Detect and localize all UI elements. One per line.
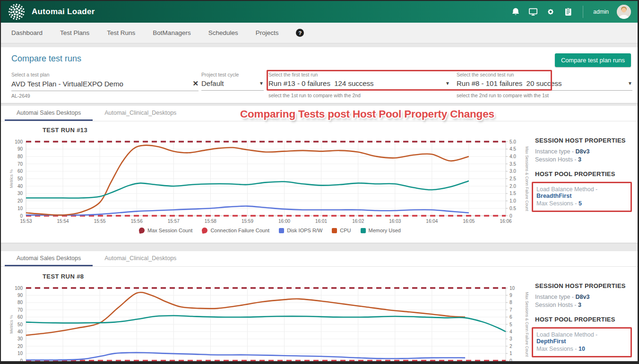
nav-item-test-runs[interactable]: Test Runs xyxy=(107,29,135,36)
svg-text:50: 50 xyxy=(17,176,23,181)
svg-text:60: 60 xyxy=(17,169,23,174)
svg-text:2.0: 2.0 xyxy=(509,184,516,189)
svg-text:10: 10 xyxy=(17,206,23,211)
svg-text:100: 100 xyxy=(15,286,23,291)
test-cycle-label: Project test cycle xyxy=(201,72,264,77)
svg-text:16:05: 16:05 xyxy=(463,219,475,224)
svg-text:3.5: 3.5 xyxy=(509,161,516,167)
svg-text:80: 80 xyxy=(17,154,23,159)
legend-item-cpu: CPU xyxy=(332,228,351,233)
svg-text:90: 90 xyxy=(17,293,23,298)
svg-text:Max Sessions & Conn Failure Co: Max Sessions & Conn Failure Count xyxy=(525,146,529,212)
header-divider xyxy=(583,6,583,18)
clear-test-plan-icon[interactable]: ✕ xyxy=(192,79,199,88)
svg-text:70: 70 xyxy=(17,161,23,167)
svg-text:30: 30 xyxy=(17,336,23,341)
test-run-8-section: Automai Sales Desktops Automai_Clinical_… xyxy=(1,251,638,361)
user-name[interactable]: admin xyxy=(593,8,609,15)
app-logo-icon xyxy=(8,3,26,21)
svg-text:6: 6 xyxy=(509,314,512,320)
second-run-select[interactable]: Run #8 - 101 failures 20 success ▼ xyxy=(457,78,632,91)
nav-item-dashboard[interactable]: Dashboard xyxy=(11,29,43,36)
svg-text:15:53: 15:53 xyxy=(20,219,32,224)
legend-item-memory-used: Memory Used xyxy=(361,228,401,233)
app-header: Automai Loader admin xyxy=(1,1,638,23)
first-run-field: Select the first test run Run #13 - 0 fa… xyxy=(268,72,450,98)
svg-text:50: 50 xyxy=(17,322,23,327)
svg-text:0: 0 xyxy=(20,358,23,362)
svg-text:70: 70 xyxy=(17,307,23,313)
nav-item-schedules[interactable]: Schedules xyxy=(208,29,238,36)
annotation-text: Comparing Tests post Host Pool Property … xyxy=(240,108,494,120)
help-icon[interactable]: ? xyxy=(296,29,304,37)
tab-automai-clinical-desktops[interactable]: Automai_Clinical_Desktops xyxy=(93,106,188,121)
test-cycle-field: Project test cycle Default ▼ xyxy=(201,72,264,91)
host-pool-heading: HOST POOL PROPERTIES xyxy=(535,170,635,178)
page-title: Compare test runs xyxy=(11,54,81,64)
svg-text:15:58: 15:58 xyxy=(205,219,216,224)
test-plan-field: Select a test plan AVD Test Plan - Virtu… xyxy=(11,72,199,99)
monitor-icon[interactable] xyxy=(528,7,538,17)
svg-text:0: 0 xyxy=(509,358,512,362)
second-run-value: Run #8 - 101 failures 20 success xyxy=(457,79,562,87)
svg-text:1.5: 1.5 xyxy=(509,191,516,196)
reports-clipboard-icon[interactable] xyxy=(563,7,573,17)
tab-automai-clinical-desktops[interactable]: Automai_Clinical_Desktops xyxy=(93,251,188,266)
svg-text:80: 80 xyxy=(17,300,23,305)
session-host-heading: SESSION HOST PROPERTIES xyxy=(535,137,635,144)
svg-text:15:57: 15:57 xyxy=(168,219,180,224)
svg-text:3.0: 3.0 xyxy=(509,169,516,174)
compare-test-plan-runs-button[interactable]: Compare test plan runs xyxy=(555,53,631,67)
test-run-13-chart: 010203040506070809010000.51.01.52.02.53.… xyxy=(9,136,531,229)
max-sessions-line: Max Sessions - 5 xyxy=(536,200,627,207)
nav-item-botmanagers[interactable]: BotManagers xyxy=(153,29,190,36)
svg-text:20: 20 xyxy=(17,344,23,349)
svg-text:16:01: 16:01 xyxy=(315,219,327,224)
chart-title-run8: TEST RUN #8 xyxy=(43,273,84,280)
first-run-select[interactable]: Run #13 - 0 failures 124 success ▼ xyxy=(268,78,450,91)
legend-marker-icon xyxy=(201,227,208,234)
first-run-label: Select the first test run xyxy=(268,72,450,77)
max-sessions-line: Max Sessions - 10 xyxy=(536,346,627,352)
session-hosts-line: Session Hosts - 3 xyxy=(535,156,635,163)
second-run-helper: select the 2nd run to compare with the 1… xyxy=(457,93,632,98)
svg-text:4.5: 4.5 xyxy=(509,146,516,152)
main-nav: DashboardTest PlansTest RunsBotManagersS… xyxy=(1,23,638,43)
svg-text:0: 0 xyxy=(20,213,23,219)
svg-text:20: 20 xyxy=(17,198,23,203)
svg-text:3: 3 xyxy=(509,336,512,341)
notifications-bell-icon[interactable] xyxy=(511,7,520,17)
second-run-field: Select the second test run Run #8 - 101 … xyxy=(457,72,632,98)
user-avatar[interactable] xyxy=(617,5,631,19)
test-cycle-select[interactable]: Default ▼ xyxy=(201,78,264,91)
nav-item-projects[interactable]: Projects xyxy=(256,29,279,36)
desktop-tabs: Automai Sales Desktops Automai_Clinical_… xyxy=(1,251,638,267)
legend-marker-icon xyxy=(279,228,284,233)
run13-properties-panel: SESSION HOST PROPERTIES Instance type - … xyxy=(535,137,635,212)
svg-text:30: 30 xyxy=(17,191,23,196)
legend-item-max-session-count: Max Session Count xyxy=(139,228,192,233)
test-cycle-value: Default xyxy=(201,79,224,87)
svg-text:2.5: 2.5 xyxy=(509,176,516,181)
svg-text:15:59: 15:59 xyxy=(242,219,253,224)
svg-text:100: 100 xyxy=(15,139,23,144)
nav-item-test-plans[interactable]: Test Plans xyxy=(60,29,89,36)
svg-text:9: 9 xyxy=(509,293,512,298)
settings-gear-icon[interactable] xyxy=(546,7,555,17)
svg-text:2: 2 xyxy=(509,344,512,349)
chart-title-run13: TEST RUN #13 xyxy=(43,127,87,134)
first-run-helper: select the 1st run to compare with the 2… xyxy=(268,93,450,98)
test-plan-select[interactable]: AVD Test Plan - VirtualEXPO Demo ✕ xyxy=(11,78,199,91)
svg-text:60: 60 xyxy=(17,314,23,320)
tab-automai-sales-desktops[interactable]: Automai Sales Desktops xyxy=(5,251,93,266)
tab-automai-sales-desktops[interactable]: Automai Sales Desktops xyxy=(5,106,93,121)
svg-text:16:02: 16:02 xyxy=(352,219,364,224)
svg-text:Metrics %: Metrics % xyxy=(9,169,14,188)
test-plan-label: Select a test plan xyxy=(11,72,199,77)
legend-item-disk-iops-r-w: Disk IOPS R/W xyxy=(279,228,322,233)
instance-type-line: Instance type - D8v3 xyxy=(535,294,635,300)
svg-text:15:56: 15:56 xyxy=(131,219,143,224)
svg-text:15:55: 15:55 xyxy=(94,219,106,224)
session-host-heading: SESSION HOST PROPERTIES xyxy=(535,282,635,289)
svg-text:16:06: 16:06 xyxy=(500,219,511,224)
